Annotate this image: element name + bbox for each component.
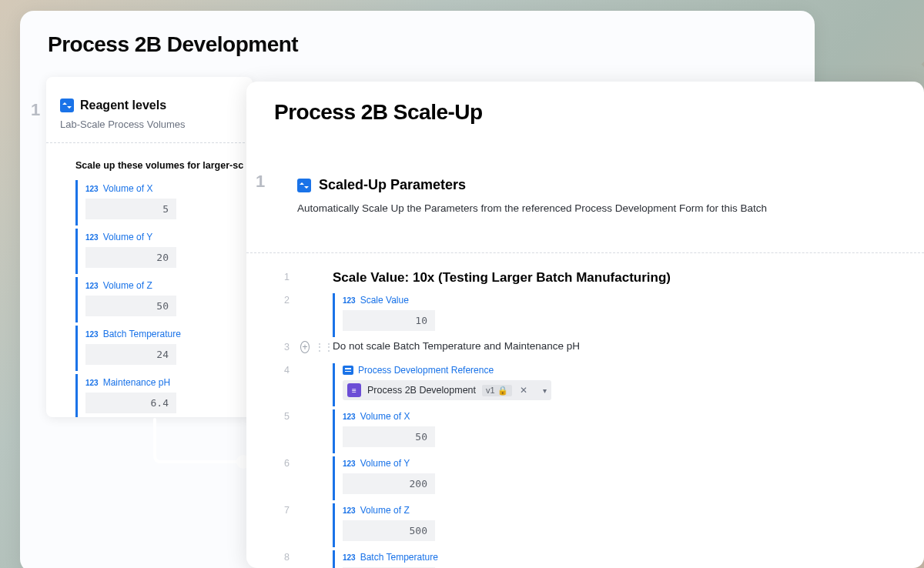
section-title-scaled: Scaled-Up Parameters [319, 177, 466, 193]
swap-icon [297, 179, 311, 192]
field-label: Volume of X [103, 183, 153, 194]
field-row[interactable]: 123Volume of Z50 [75, 277, 253, 322]
field-label: Volume of Z [103, 280, 152, 291]
form-icon: ≡ [347, 383, 361, 397]
number-type-icon: 123 [343, 413, 356, 421]
field-value[interactable]: 5 [85, 199, 176, 219]
field-row[interactable]: 123Volume of X50 [333, 409, 696, 453]
number-type-icon: 123 [85, 233, 99, 242]
step-number-left: 1 [31, 100, 40, 120]
reference-chip[interactable]: ≡ Process 2B Development v1🔒 ✕ ▾ [343, 380, 551, 400]
page-title-scaleup: Process 2B Scale-Up [274, 100, 896, 125]
form-reference-icon [343, 366, 353, 375]
number-type-icon: 123 [343, 296, 356, 305]
field-scale-value[interactable]: 123 Scale Value 10 [333, 293, 696, 337]
step-number-right: 1 [256, 172, 265, 192]
line-number: 5 [274, 409, 300, 422]
field-label: Volume of Y [103, 232, 153, 242]
field-row[interactable]: 123Batch Temperature24 [333, 550, 696, 568]
number-type-icon: 123 [85, 282, 99, 290]
reference-name: Process 2B Development [367, 385, 476, 396]
section-description: Automatically Scale Up the Parameters fr… [297, 202, 896, 214]
line-number: 8 [274, 550, 300, 563]
field-row[interactable]: 123Batch Temperature24 [75, 326, 253, 371]
swap-icon [60, 99, 74, 112]
field-row[interactable]: 123Volume of Y200 [333, 456, 696, 500]
field-label: Volume of Y [360, 458, 410, 469]
line-number: 6 [274, 456, 300, 469]
field-row[interactable]: 123Maintenance pH6.4 [75, 374, 253, 417]
field-process-reference[interactable]: Process Development Reference ≡ Process … [333, 363, 696, 406]
field-label: Maintenance pH [103, 377, 170, 388]
row-text[interactable]: Do not scale Batch Temperature and Maint… [333, 340, 896, 352]
field-value[interactable]: 50 [343, 426, 435, 447]
panel-reagent-levels: Reagent levels Lab-Scale Process Volumes… [46, 77, 253, 417]
field-label: Batch Temperature [103, 329, 181, 339]
scale-heading: Scale up these volumes for larger-sc [75, 160, 253, 171]
field-value[interactable]: 20 [85, 247, 176, 268]
line-number: 1 [274, 270, 300, 282]
section-title-reagent: Reagent levels [80, 99, 166, 112]
row-heading: Scale Value: 10x (Testing Larger Batch M… [333, 270, 896, 286]
line-number: 4 [274, 363, 300, 376]
lock-icon: 🔒 [497, 386, 508, 396]
number-type-icon: 123 [85, 330, 99, 339]
remove-reference-button[interactable]: ✕ [518, 385, 529, 396]
add-row-button[interactable]: + [300, 341, 310, 353]
number-type-icon: 123 [343, 553, 356, 562]
field-value[interactable]: 24 [85, 344, 176, 365]
field-value[interactable]: 10 [343, 310, 435, 331]
line-number: 7 [274, 503, 300, 516]
number-type-icon: 123 [343, 459, 356, 468]
field-label: Volume of Z [360, 505, 410, 516]
field-label: Process Development Reference [358, 365, 494, 376]
field-value[interactable]: 50 [85, 296, 176, 316]
number-type-icon: 123 [85, 185, 99, 193]
field-label: Batch Temperature [360, 552, 438, 563]
panel-scale-up: Process 2B Scale-Up Scaled-Up Parameters… [246, 82, 924, 568]
page-title: Process 2B Development [48, 32, 787, 57]
field-label: Scale Value [360, 295, 409, 306]
field-value[interactable]: 6.4 [85, 393, 176, 413]
section-subtitle: Lab-Scale Process Volumes [60, 119, 239, 130]
chevron-down-icon[interactable]: ▾ [543, 386, 547, 395]
number-type-icon: 123 [343, 506, 356, 515]
field-row[interactable]: 123Volume of X5 [75, 180, 253, 226]
field-label: Volume of X [360, 411, 410, 422]
field-value[interactable]: 500 [343, 520, 435, 541]
number-type-icon: 123 [85, 379, 99, 387]
reference-version: v1🔒 [482, 385, 512, 396]
drag-handle-icon[interactable]: ⋮⋮ [314, 341, 333, 353]
field-row[interactable]: 123Volume of Z500 [333, 503, 696, 547]
field-value[interactable]: 200 [343, 473, 435, 494]
divider [246, 252, 924, 253]
line-number: 3 [274, 340, 300, 352]
line-number: 2 [274, 293, 300, 306]
field-row[interactable]: 123Volume of Y20 [75, 229, 253, 274]
